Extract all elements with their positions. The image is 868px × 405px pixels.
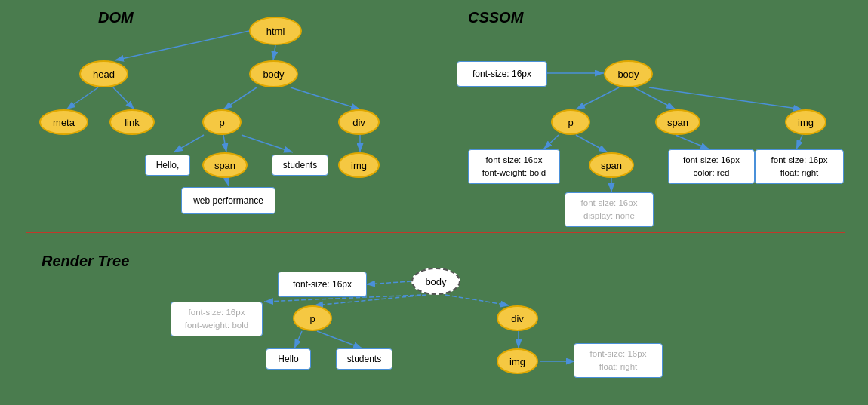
dom-webperf-node: web performance bbox=[181, 187, 275, 214]
dom-html-node: html bbox=[249, 17, 302, 45]
svg-line-25 bbox=[445, 295, 509, 305]
svg-line-5 bbox=[113, 87, 134, 109]
svg-line-12 bbox=[226, 178, 229, 186]
cssom-span-node: span bbox=[655, 109, 700, 135]
dom-link-node: link bbox=[109, 109, 155, 135]
rt-students-node: students bbox=[336, 348, 392, 370]
dom-head-node: head bbox=[79, 60, 128, 87]
cssom-fontsize-top: font-size: 16px bbox=[457, 61, 547, 87]
rt-img-props: font-size: 16pxfloat: right bbox=[574, 343, 663, 378]
section-divider bbox=[26, 232, 845, 233]
cssom-title: CSSOM bbox=[468, 9, 523, 26]
svg-line-4 bbox=[66, 87, 98, 109]
svg-line-2 bbox=[115, 31, 249, 60]
dom-p-node: p bbox=[202, 109, 242, 135]
svg-line-17 bbox=[543, 135, 559, 149]
dom-body-node: body bbox=[249, 60, 298, 87]
rt-hello-node: Hello bbox=[266, 348, 311, 370]
rt-body-node: body bbox=[411, 268, 460, 295]
svg-line-14 bbox=[576, 87, 619, 109]
svg-line-7 bbox=[291, 87, 360, 109]
svg-line-18 bbox=[576, 135, 608, 152]
svg-line-16 bbox=[649, 87, 802, 109]
dom-div-node: div bbox=[338, 109, 380, 135]
arrows-svg bbox=[0, 0, 868, 405]
dom-hello-node: Hello, bbox=[145, 155, 190, 176]
cssom-img-props: font-size: 16pxfloat: right bbox=[755, 149, 844, 184]
cssom-body-node: body bbox=[604, 60, 653, 87]
rt-img-node: img bbox=[497, 348, 538, 374]
dom-title: DOM bbox=[98, 9, 134, 26]
svg-line-15 bbox=[634, 87, 676, 109]
svg-line-27 bbox=[317, 331, 362, 348]
cssom-p-node: p bbox=[551, 109, 590, 135]
rt-p-node: p bbox=[293, 305, 332, 331]
render-tree-title: Render Tree bbox=[42, 253, 129, 270]
svg-line-8 bbox=[174, 135, 204, 152]
dom-meta-node: meta bbox=[39, 109, 88, 135]
diagram-container: DOM CSSOM Render Tree html head body met… bbox=[0, 0, 868, 405]
rt-div-node: div bbox=[497, 305, 538, 331]
cssom-span-props: font-size: 16pxcolor: red bbox=[668, 149, 755, 184]
svg-line-9 bbox=[223, 135, 226, 152]
rt-p-props: font-size: 16pxfont-weight: bold bbox=[171, 302, 263, 336]
dom-img-node: img bbox=[338, 152, 380, 178]
svg-line-6 bbox=[223, 87, 257, 109]
svg-line-10 bbox=[242, 135, 293, 152]
cssom-span-inner-node: span bbox=[589, 152, 634, 178]
svg-line-26 bbox=[294, 331, 302, 348]
svg-line-19 bbox=[676, 135, 709, 149]
svg-line-22 bbox=[366, 281, 411, 284]
dom-span-node: span bbox=[202, 152, 248, 178]
cssom-p-props: font-size: 16pxfont-weight: bold bbox=[468, 149, 560, 184]
rt-fontsize-box: font-size: 16px bbox=[278, 272, 367, 297]
cssom-span-inner-props: font-size: 16pxdisplay: none bbox=[565, 192, 654, 227]
svg-line-3 bbox=[273, 45, 275, 60]
dom-students-node: students bbox=[272, 155, 328, 176]
svg-line-20 bbox=[796, 135, 802, 149]
cssom-img-node: img bbox=[785, 109, 826, 135]
